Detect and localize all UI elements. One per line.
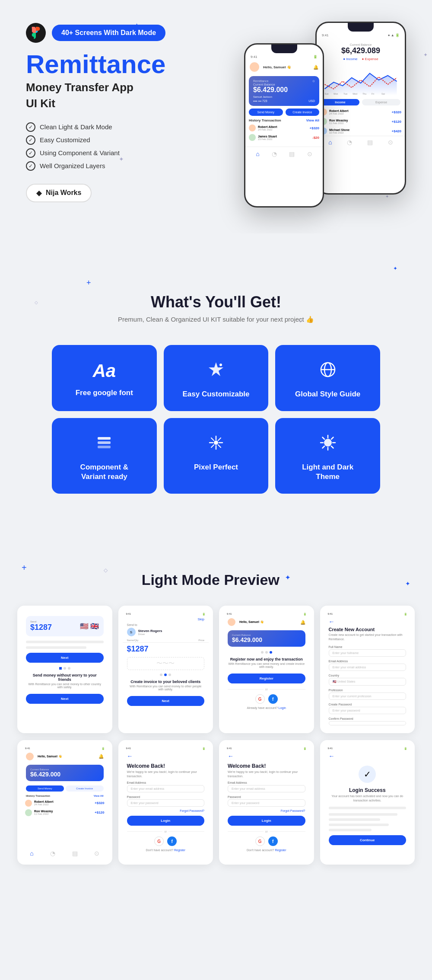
- hero-left-panel: 40+ Screens With Dark Mode Remittance Mo…: [26, 23, 207, 202]
- country-input[interactable]: 🇺🇸 United States: [329, 678, 407, 686]
- diamond-decoration: ◇: [299, 317, 302, 323]
- facebook-login-button[interactable]: f: [167, 836, 177, 846]
- create-invoice-button[interactable]: Create Invoice: [286, 109, 320, 116]
- status-bar: 9:41 🔋: [245, 53, 323, 61]
- facebook-login-button[interactable]: f: [268, 836, 278, 846]
- hero-badges: 40+ Screens With Dark Mode: [26, 23, 207, 43]
- feature-label: Free google font: [60, 388, 148, 398]
- hero-features-list: ✓Clean Light & Dark Mode ✓Easy Customize…: [26, 122, 207, 171]
- hero-phones: 9:41 ● ▲ 🔋 Current Balance $6,429.089 ● …: [225, 17, 406, 207]
- preview-section: + ◇ ✦ Light Mode Preview ✦ Send $1287 🇺🇸…: [0, 546, 432, 889]
- check-icon: ✓: [26, 135, 35, 145]
- balance-card: Remittance.⊙ Current Balance $6.429.000 …: [249, 76, 319, 106]
- confirm-password-input[interactable]: [329, 721, 407, 725]
- status-bar: 9:41🔋: [324, 612, 411, 616]
- email-input[interactable]: Enter your email address: [228, 785, 305, 792]
- feature-item: ✓Well Organized Layers: [26, 161, 207, 171]
- preview-card-home: 9:41🔋 Hello, Samuel 👋 🔔 Current Balance …: [219, 606, 314, 733]
- phone-screen-onboard-send: Send $1287 🇺🇸 🇬🇧 Next Send money without…: [22, 612, 108, 724]
- phone-screen-welcome1: 9:41🔋 ← Welcome Back! We're happy to see…: [123, 746, 209, 859]
- register-button[interactable]: Register: [228, 674, 305, 683]
- feature-label: Global Style Guide: [284, 389, 372, 399]
- back-button[interactable]: ←: [223, 751, 310, 761]
- spacer: [0, 511, 432, 546]
- history-title: History Transaction View All: [249, 118, 319, 122]
- svg-text:Mon: Mon: [334, 93, 338, 95]
- front-phone-screen: 9:41 🔋 Hello, Samuel 👋 🔔 Remittance.⊙ Cu…: [245, 45, 323, 206]
- svg-text:Thu: Thu: [362, 93, 366, 95]
- send-button[interactable]: Next: [26, 653, 104, 663]
- bell-icon: 🔔: [300, 620, 305, 625]
- spacer: [0, 233, 432, 259]
- phone-screen-login-success: 9:41🔋 ← ✓ Login Success Your account has…: [324, 746, 411, 859]
- back-balance: Current Balance $6,429.089 ● Income ● Ex…: [317, 39, 405, 63]
- action-buttons: Send Money Create Invoice: [249, 109, 319, 116]
- back-button[interactable]: ←: [324, 751, 411, 761]
- bottom-nav: ⌂◔▤⊙: [22, 848, 108, 859]
- google-login-button[interactable]: G: [255, 694, 265, 704]
- phone-screen-home2: 9:41🔋 Hello, Samuel 👋 🔔 Current Balance …: [22, 746, 108, 859]
- preview-card-onboard-send: Send $1287 🇺🇸 🇬🇧 Next Send money without…: [17, 606, 112, 733]
- status-bar: 9:41🔋: [123, 612, 209, 616]
- feature-label: Component & Variant ready: [60, 463, 148, 482]
- svg-text:Fri: Fri: [372, 93, 374, 95]
- whats-title: What's You'll Get!: [26, 293, 406, 311]
- feature-label: Pixel Perfect: [172, 463, 260, 472]
- transaction-item: Robert Albert24 Feb 2022 +$320: [22, 798, 108, 808]
- profession-input[interactable]: Enter your current profession: [329, 693, 407, 700]
- svg-rect-13: [98, 446, 111, 448]
- screen-title: Create New Account: [324, 627, 411, 633]
- password-input[interactable]: Enter your password: [329, 707, 407, 714]
- back-phone-screen: 9:41 ● ▲ 🔋 Current Balance $6,429.089 ● …: [317, 23, 405, 193]
- email-input[interactable]: Enter your email address: [127, 785, 205, 792]
- style-icon: [284, 361, 372, 383]
- signature-area: 〜〜〜: [127, 657, 205, 670]
- svg-point-14: [214, 441, 218, 445]
- login-button[interactable]: Login: [228, 816, 305, 826]
- password-input[interactable]: Enter your password: [228, 799, 305, 807]
- feature-item: ✓Easy Customized: [26, 135, 207, 145]
- transaction-item: Ron Weasley11 Feb 2022 +$120: [317, 117, 405, 126]
- bell-icon: 🔔: [313, 65, 318, 70]
- chart-area: Sun Mon Tue Wed Thu Fri Sat: [317, 63, 405, 97]
- avatar: S: [127, 628, 136, 636]
- svg-rect-11: [98, 437, 111, 440]
- onboard-title: Create invoice to your beloved clients: [123, 678, 209, 685]
- next-button[interactable]: Next: [26, 694, 104, 704]
- welcome-title: Welcome Back!: [123, 761, 209, 770]
- diamond-decoration: ◇: [104, 567, 108, 573]
- feature-card-customize: Easy Customizable: [164, 345, 269, 411]
- continue-button[interactable]: Continue: [329, 835, 407, 845]
- google-login-button[interactable]: G: [154, 836, 164, 846]
- fullname-input[interactable]: Enter your fullname: [329, 649, 407, 657]
- feature-card-style: Global Style Guide: [275, 345, 380, 411]
- invoice-amount: $1287: [123, 643, 209, 655]
- preview-card-invoice: 9:41🔋 Skip Send to S Steven Rogers Drive…: [118, 606, 213, 733]
- customize-icon: [172, 361, 260, 383]
- back-button[interactable]: ←: [123, 751, 209, 761]
- avatar: [249, 124, 256, 131]
- status-bar: 9:41🔋: [324, 746, 411, 751]
- google-login-button[interactable]: G: [255, 836, 265, 846]
- preview-card-welcome2: 9:41🔋 ← Welcome Back! We're happy to see…: [219, 740, 314, 865]
- next-button[interactable]: Next: [127, 696, 205, 706]
- features-grid: Aa Free google font Easy Customizable: [52, 345, 380, 494]
- facebook-login-button[interactable]: f: [268, 694, 278, 704]
- login-button[interactable]: Login: [127, 816, 205, 826]
- avatar: [228, 618, 235, 626]
- register-link: Don't have account? Register: [223, 848, 310, 852]
- status-bar: 9:41🔋: [123, 746, 209, 751]
- transaction-item: Robert Albert24 Feb 2022 +$320: [317, 107, 405, 117]
- brand-badge: ◆ Nija Works: [26, 184, 92, 202]
- avatar: [26, 753, 34, 760]
- password-input[interactable]: Enter your password: [127, 799, 205, 807]
- success-sub: Your account has been activated and now …: [324, 794, 411, 804]
- brand-name: Nija Works: [46, 189, 81, 197]
- component-icon: [60, 434, 148, 456]
- phone-screen-home: 9:41🔋 Hello, Samuel 👋 🔔 Current Balance …: [223, 612, 310, 724]
- diamond-decoration: ◇: [35, 300, 38, 305]
- back-button[interactable]: ←: [324, 616, 411, 627]
- send-money-button[interactable]: Send Money: [249, 109, 283, 116]
- preview-card-create-account: 9:41🔋 ← Create New Account Create new ac…: [320, 606, 415, 733]
- email-input[interactable]: Enter your email address: [329, 664, 407, 671]
